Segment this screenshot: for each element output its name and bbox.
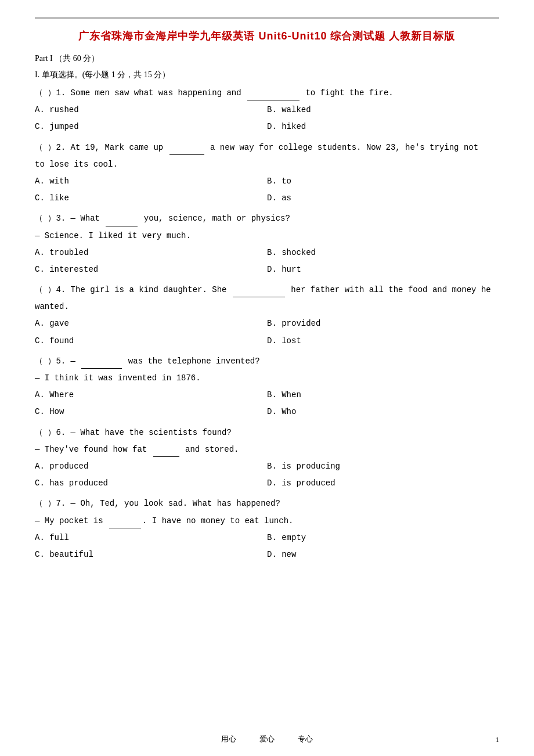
- option-3c: C. interested: [35, 262, 267, 277]
- question-4-options: A. gave B. provided: [35, 316, 499, 331]
- question-7-options2: C. beautiful D. new: [35, 548, 499, 562]
- option-2a: A. with: [35, 174, 267, 189]
- option-6c: C. has produced: [35, 476, 267, 491]
- question-1: （ ）1. Some men saw what was happening an…: [35, 86, 499, 135]
- question-2-options2: C. like D. as: [35, 191, 499, 206]
- question-2-text: （ ）2. At 19, Mark came up a new way for …: [35, 141, 499, 155]
- question-6-options2: C. has produced D. is produced: [35, 476, 499, 491]
- question-4-continuation: wanted.: [35, 300, 499, 314]
- option-4d: D. lost: [267, 334, 499, 348]
- option-5a: A. Where: [35, 388, 267, 402]
- option-6a: A. produced: [35, 459, 267, 474]
- option-1c: C. jumped: [35, 120, 267, 134]
- question-1-options2: C. jumped D. hiked: [35, 120, 499, 134]
- option-1d: D. hiked: [267, 120, 499, 134]
- option-6b: B. is producing: [267, 459, 499, 474]
- option-1b: B. walked: [267, 103, 499, 117]
- question-4-text: （ ）4. The girl is a kind daughter. She h…: [35, 283, 499, 297]
- option-7a: A. full: [35, 531, 267, 545]
- question-2-options: A. with B. to: [35, 174, 499, 189]
- question-3-text: （ ）3. — What you, science, math or physi…: [35, 211, 499, 226]
- question-5: （ ）5. — was the telephone invented? — I …: [35, 354, 499, 420]
- question-2-continuation: to lose its cool.: [35, 157, 499, 172]
- question-6-text: （ ）6. — What have the scientists found?: [35, 426, 499, 440]
- option-7b: B. empty: [267, 531, 499, 545]
- question-5-text: （ ）5. — was the telephone invented?: [35, 354, 499, 369]
- footer-page: 1: [496, 735, 500, 744]
- question-3: （ ）3. — What you, science, math or physi…: [35, 211, 499, 277]
- question-7: （ ）7. — Oh, Ted, you look sad. What has …: [35, 496, 499, 562]
- footer-item-2: 爱心: [259, 734, 275, 744]
- page-title: 广东省珠海市金海岸中学九年级英语 Unit6-Unit10 综合测试题 人教新目…: [35, 29, 499, 43]
- option-3d: D. hurt: [267, 262, 499, 277]
- option-3a: A. troubled: [35, 246, 267, 260]
- option-1a: A. rushed: [35, 103, 267, 117]
- top-divider: [35, 17, 499, 19]
- question-3-options2: C. interested D. hurt: [35, 262, 499, 277]
- option-7c: C. beautiful: [35, 548, 267, 562]
- question-5-options: A. Where B. When: [35, 388, 499, 402]
- option-3b: B. shocked: [267, 246, 499, 260]
- question-3-response: — Science. I liked it very much.: [35, 229, 499, 243]
- option-2b: B. to: [267, 174, 499, 189]
- question-6-response: — They've found how fat and stored.: [35, 442, 499, 457]
- question-7-text: （ ）7. — Oh, Ted, you look sad. What has …: [35, 496, 499, 511]
- option-6d: D. is produced: [267, 476, 499, 491]
- option-5c: C. How: [35, 405, 267, 419]
- option-7d: D. new: [267, 548, 499, 562]
- option-4b: B. provided: [267, 316, 499, 331]
- question-6: （ ）6. — What have the scientists found? …: [35, 426, 499, 491]
- option-2c: C. like: [35, 191, 267, 206]
- question-4: （ ）4. The girl is a kind daughter. She h…: [35, 283, 499, 348]
- part-header: Part I （共 60 分）: [35, 53, 499, 64]
- footer: 用心 爱心 专心: [0, 734, 534, 744]
- question-3-options: A. troubled B. shocked: [35, 246, 499, 260]
- question-5-response: — I think it was invented in 1876.: [35, 371, 499, 386]
- question-1-options: A. rushed B. walked: [35, 103, 499, 117]
- question-1-text: （ ）1. Some men saw what was happening an…: [35, 86, 499, 100]
- question-2: （ ）2. At 19, Mark came up a new way for …: [35, 141, 499, 206]
- question-5-options2: C. How D. Who: [35, 405, 499, 419]
- footer-item-3: 专心: [298, 734, 313, 744]
- option-2d: D. as: [267, 191, 499, 206]
- footer-item-1: 用心: [221, 734, 236, 744]
- section-header: I. 单项选择。(每小题 1 分，共 15 分）: [35, 70, 499, 80]
- question-7-options: A. full B. empty: [35, 531, 499, 545]
- option-5d: D. Who: [267, 405, 499, 419]
- option-4c: C. found: [35, 334, 267, 348]
- question-7-response: — My pocket is . I have no money to eat …: [35, 514, 499, 528]
- question-4-options2: C. found D. lost: [35, 334, 499, 348]
- option-5b: B. When: [267, 388, 499, 402]
- option-4a: A. gave: [35, 316, 267, 331]
- question-6-options: A. produced B. is producing: [35, 459, 499, 474]
